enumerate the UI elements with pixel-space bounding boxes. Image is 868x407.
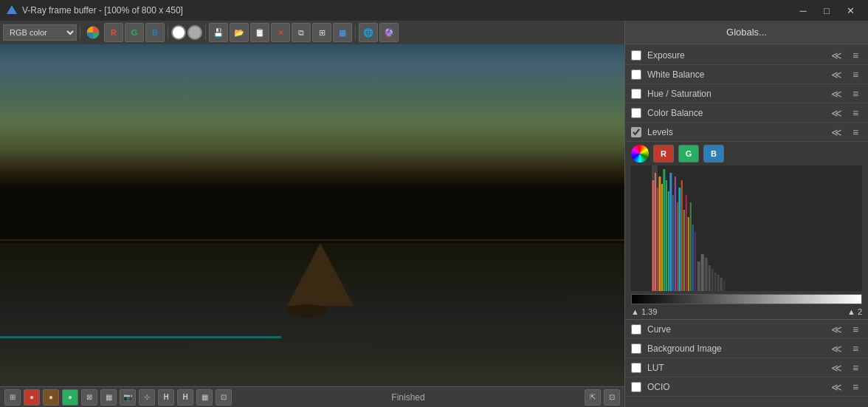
white-balance-label: White Balance (647, 69, 824, 80)
levels-channel-toolbar: R G B (625, 142, 868, 165)
ocio-expand-icon[interactable]: ≪ (830, 380, 843, 394)
levels-color-wheel[interactable] (631, 145, 649, 163)
r-channel-btn[interactable]: R (104, 23, 123, 42)
svg-rect-27 (712, 269, 714, 291)
svg-rect-25 (705, 258, 708, 291)
correction-item-background-image: Background Image ≪ ≡ (625, 339, 868, 358)
ocio-menu-icon[interactable]: ≡ (849, 380, 862, 394)
titlebar-left: V-Ray frame buffer - [100% of 800 x 450] (6, 4, 183, 16)
correction-item-exposure: Exposure ≪ ≡ (625, 46, 868, 65)
curve-menu-icon[interactable]: ≡ (849, 323, 862, 336)
levels-expanded-section: R G B (625, 142, 868, 320)
ocio-checkbox[interactable] (631, 382, 641, 392)
exposure-menu-icon[interactable]: ≡ (849, 49, 862, 62)
background-image-expand-icon[interactable]: ≪ (830, 342, 843, 355)
levels-right-value: ▲ 2 (847, 307, 862, 316)
statusbar: ⊞ ● ● ● ⊠ ▦ 📷 ⊹ H H ▦ ⊡ Finished ⇱ ⊡ (0, 386, 624, 407)
levels-menu-icon[interactable]: ≡ (849, 126, 862, 139)
hue-saturation-expand-icon[interactable]: ≪ (830, 87, 843, 100)
clone-btn[interactable]: ⧉ (292, 23, 311, 42)
white-swatch-btn[interactable] (171, 25, 186, 40)
levels-r-btn[interactable]: R (653, 145, 674, 163)
lens-btn[interactable]: 🔮 (379, 23, 399, 42)
lut-menu-icon[interactable]: ≡ (849, 361, 862, 374)
svg-rect-24 (701, 254, 704, 291)
curve-label: Curve (647, 324, 824, 335)
curve-expand-icon[interactable]: ≪ (830, 323, 843, 336)
white-balance-expand-icon[interactable]: ≪ (830, 68, 843, 81)
curve-checkbox[interactable] (631, 324, 641, 335)
paste-btn[interactable]: 📋 (250, 23, 269, 42)
svg-rect-29 (717, 275, 720, 291)
exposure-label: Exposure (647, 50, 824, 61)
sep3 (205, 25, 206, 40)
levels-gradient (631, 294, 862, 304)
white-balance-menu-icon[interactable]: ≡ (849, 68, 862, 81)
status-btn-6[interactable]: ▦ (100, 389, 117, 406)
color-balance-menu-icon[interactable]: ≡ (849, 106, 862, 120)
levels-expand-icon[interactable]: ≪ (830, 126, 843, 139)
gray-swatch-btn[interactable] (187, 25, 202, 40)
status-btn-4[interactable]: ● (62, 389, 78, 406)
histogram-btn[interactable]: ▦ (333, 23, 352, 42)
histogram-svg (631, 165, 862, 291)
levels-b-btn[interactable]: B (703, 145, 724, 163)
right-panel: Globals... Exposure ≪ ≡ White Balance ≪ … (624, 21, 868, 407)
minimize-button[interactable]: ─ (791, 0, 815, 21)
lut-label: LUT (647, 363, 824, 373)
open-folder-btn[interactable]: 📂 (230, 23, 249, 42)
color-wheel-btn[interactable] (83, 23, 103, 42)
status-btn-1[interactable]: ⊞ (4, 389, 21, 406)
color-balance-checkbox[interactable] (631, 108, 641, 118)
exposure-expand-icon[interactable]: ≪ (830, 49, 843, 62)
background-image-label: Background Image (647, 343, 824, 354)
status-btn-3[interactable]: ● (43, 389, 59, 406)
correction-item-ocio: OCIO ≪ ≡ (625, 377, 868, 397)
status-btn-12[interactable]: ⊡ (216, 389, 232, 406)
b-channel-btn[interactable]: B (145, 23, 165, 42)
zoom-btn[interactable]: ⊡ (604, 389, 620, 406)
titlebar: V-Ray frame buffer - [100% of 800 x 450]… (0, 0, 868, 21)
status-btn-7[interactable]: 📷 (120, 389, 136, 406)
render-scene (0, 44, 624, 386)
white-balance-checkbox[interactable] (631, 69, 641, 80)
sep1 (80, 25, 80, 40)
g-channel-btn[interactable]: G (125, 23, 144, 42)
exposure-checkbox[interactable] (631, 50, 641, 61)
svg-rect-23 (698, 261, 700, 291)
globals-label: Globals... (726, 27, 767, 38)
correction-item-color-balance: Color Balance ≪ ≡ (625, 103, 868, 123)
svg-rect-32 (652, 165, 658, 291)
hue-saturation-label: Hue / Saturation (647, 89, 824, 99)
expand-btn[interactable]: ⇱ (585, 389, 601, 406)
hue-saturation-menu-icon[interactable]: ≡ (849, 87, 862, 100)
globe-btn[interactable]: 🌐 (359, 23, 378, 42)
svg-rect-26 (709, 265, 711, 291)
levels-checkbox[interactable] (631, 127, 641, 137)
color-mode-select[interactable]: RGB color Alpha Luminance (3, 24, 77, 41)
maximize-button[interactable]: □ (815, 0, 838, 21)
clear-btn[interactable]: ✕ (271, 23, 290, 42)
color-balance-label: Color Balance (647, 108, 824, 118)
levels-left-value: ▲ 1.39 (631, 307, 657, 316)
hue-saturation-checkbox[interactable] (631, 89, 641, 99)
levels-g-btn[interactable]: G (678, 145, 699, 163)
save-btn[interactable]: 💾 (209, 23, 228, 42)
lut-checkbox[interactable] (631, 363, 641, 373)
status-btn-2[interactable]: ● (24, 389, 40, 406)
status-btn-5[interactable]: ⊠ (81, 389, 97, 406)
color-balance-expand-icon[interactable]: ≪ (830, 106, 843, 120)
status-btn-11[interactable]: ▦ (196, 389, 213, 406)
status-btn-9[interactable]: H (158, 389, 174, 406)
correction-item-hue-saturation: Hue / Saturation ≪ ≡ (625, 84, 868, 103)
status-btn-10[interactable]: H (177, 389, 193, 406)
layers-btn[interactable]: ⊞ (312, 23, 331, 42)
close-button[interactable]: ✕ (838, 0, 862, 21)
globals-header[interactable]: Globals... (625, 21, 868, 44)
viewer-panel: RGB color Alpha Luminance R G B (0, 21, 624, 407)
status-btn-8[interactable]: ⊹ (139, 389, 155, 406)
background-image-menu-icon[interactable]: ≡ (849, 342, 862, 355)
lut-expand-icon[interactable]: ≪ (830, 361, 843, 374)
background-image-checkbox[interactable] (631, 343, 641, 354)
main-area: RGB color Alpha Luminance R G B (0, 21, 868, 407)
